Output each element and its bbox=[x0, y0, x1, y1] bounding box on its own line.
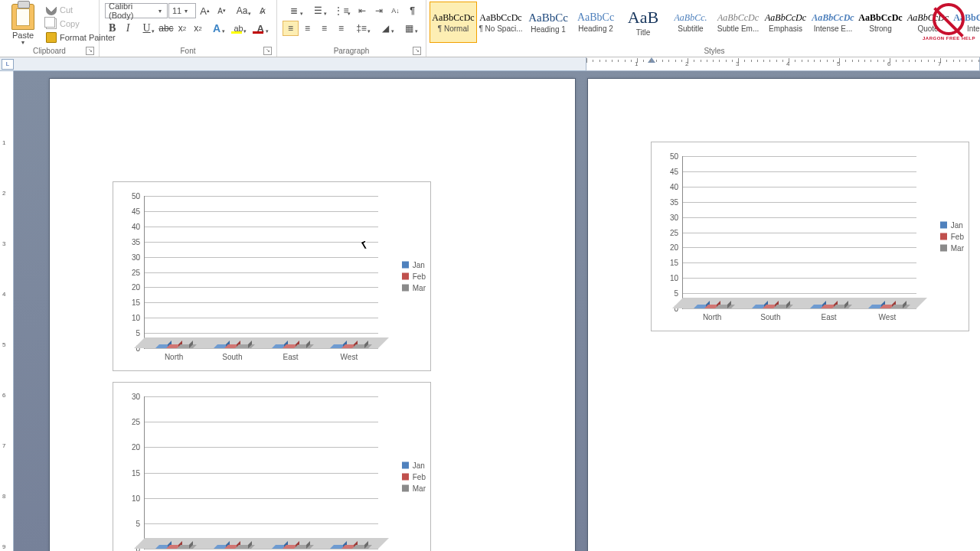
bullets-icon: ≣ bbox=[290, 5, 298, 16]
brush-icon bbox=[46, 32, 57, 43]
clipboard-launcher[interactable]: ↘ bbox=[86, 47, 94, 55]
paragraph-launcher[interactable]: ↘ bbox=[413, 47, 421, 55]
styles-gallery[interactable]: AaBbCcDc¶ NormalAaBbCcDc¶ No Spaci...AaB… bbox=[430, 2, 980, 43]
font-launcher[interactable]: ↘ bbox=[263, 47, 272, 55]
font-family-value: Calibri (Body) bbox=[109, 2, 155, 20]
borders-button[interactable]: ▦▾ bbox=[397, 21, 420, 36]
eraser-icon: A̷ bbox=[260, 6, 266, 16]
text-effects-icon: A bbox=[213, 22, 220, 34]
clipboard-group-label: Clipboard bbox=[33, 47, 66, 55]
underline-button[interactable]: U▾ bbox=[136, 21, 158, 36]
style-tile-subtle-em-[interactable]: AaBbCcDcSubtle Em... bbox=[714, 2, 762, 43]
line-spacing-button[interactable]: ‡≡▾ bbox=[350, 21, 373, 36]
show-marks-button[interactable]: ¶ bbox=[404, 3, 420, 18]
font-group-label: Font bbox=[180, 47, 195, 55]
scissors-icon bbox=[46, 5, 57, 15]
paste-label: Paste bbox=[12, 31, 34, 40]
bullets-button[interactable]: ≣▾ bbox=[283, 3, 305, 18]
change-case-button[interactable]: Aa▾ bbox=[230, 3, 253, 18]
paste-icon bbox=[11, 4, 34, 30]
clear-formatting-button[interactable]: A̷ bbox=[254, 3, 270, 18]
strikethrough-button[interactable]: abc bbox=[158, 21, 174, 36]
italic-button[interactable]: I bbox=[120, 21, 135, 36]
align-center-icon: ≡ bbox=[305, 23, 310, 34]
logo: JARGON FREE HELP bbox=[923, 3, 975, 41]
decrease-indent-button[interactable]: ⇤ bbox=[354, 3, 370, 18]
font-size-combo[interactable]: 11▾ bbox=[168, 3, 196, 18]
borders-icon: ▦ bbox=[405, 23, 413, 34]
multilevel-icon: ⋮≡ bbox=[334, 5, 348, 16]
numbering-icon: ☰ bbox=[314, 5, 322, 16]
group-font: Calibri (Body)▾ 11▾ A▴ A▾ Aa▾ A̷ B I U▾ … bbox=[100, 0, 277, 57]
logo-icon bbox=[933, 3, 965, 35]
font-size-value: 11 bbox=[172, 6, 181, 15]
logo-text: JARGON FREE HELP bbox=[923, 36, 975, 41]
style-tile-intense-e-[interactable]: AaBbCcDcIntense E... bbox=[809, 2, 857, 43]
shading-button[interactable]: ◢▾ bbox=[374, 21, 397, 36]
ribbon: Paste ▼ Cut Copy Format Painter Clipboar… bbox=[0, 0, 980, 57]
copy-icon bbox=[46, 18, 57, 29]
bold-button[interactable]: B bbox=[105, 21, 119, 36]
numbering-button[interactable]: ☰▾ bbox=[306, 3, 329, 18]
pilcrow-icon: ¶ bbox=[410, 5, 415, 16]
multilevel-button[interactable]: ⋮≡▾ bbox=[330, 3, 353, 18]
paragraph-group-label: Paragraph bbox=[334, 47, 370, 55]
group-paragraph: ≣▾ ☰▾ ⋮≡▾ ⇤ ⇥ A↓ ¶ ≡ ≡ ≡ ≡ ‡≡▾ ◢▾ ▦▾ Par… bbox=[277, 0, 426, 57]
indent-icon: ⇥ bbox=[375, 5, 383, 16]
subscript-button[interactable]: x2 bbox=[175, 21, 189, 36]
group-styles: AaBbCcDc¶ NormalAaBbCcDc¶ No Spaci...AaB… bbox=[426, 0, 980, 57]
style-tile-title[interactable]: AaBTitle bbox=[619, 2, 667, 43]
group-clipboard: Paste ▼ Cut Copy Format Painter Clipboar… bbox=[0, 0, 100, 57]
justify-button[interactable]: ≡ bbox=[333, 21, 349, 36]
styles-group-label: Styles bbox=[704, 47, 724, 55]
font-family-combo[interactable]: Calibri (Body)▾ bbox=[105, 3, 168, 18]
align-left-icon: ≡ bbox=[288, 23, 293, 34]
style-tile-heading-1[interactable]: AaBbCcHeading 1 bbox=[524, 2, 572, 43]
superscript-button[interactable]: x2 bbox=[191, 21, 205, 36]
highlight-button[interactable]: ab▾ bbox=[228, 21, 250, 36]
grow-font-button[interactable]: A▴ bbox=[197, 3, 213, 18]
style-tile-strong[interactable]: AaBbCcDcStrong bbox=[857, 2, 904, 43]
align-right-button[interactable]: ≡ bbox=[316, 21, 332, 36]
paste-button[interactable]: Paste ▼ bbox=[6, 2, 40, 45]
style-tile-heading-2[interactable]: AaBbCcHeading 2 bbox=[572, 2, 619, 43]
outdent-icon: ⇤ bbox=[358, 5, 366, 16]
bucket-icon: ◢ bbox=[382, 23, 389, 34]
cut-label: Cut bbox=[60, 5, 73, 15]
align-right-icon: ≡ bbox=[322, 23, 327, 34]
text-effects-button[interactable]: A▾ bbox=[206, 21, 227, 36]
style-tile--no-spaci-[interactable]: AaBbCcDc¶ No Spaci... bbox=[477, 2, 524, 43]
increase-indent-button[interactable]: ⇥ bbox=[371, 3, 387, 18]
sort-button[interactable]: A↓ bbox=[387, 3, 403, 18]
shrink-font-button[interactable]: A▾ bbox=[214, 3, 230, 18]
style-tile--normal[interactable]: AaBbCcDc¶ Normal bbox=[430, 2, 477, 43]
line-spacing-icon: ‡≡ bbox=[356, 23, 367, 34]
style-tile-emphasis[interactable]: AaBbCcDcEmphasis bbox=[762, 2, 809, 43]
justify-icon: ≡ bbox=[338, 23, 344, 34]
align-center-button[interactable]: ≡ bbox=[299, 21, 315, 36]
align-left-button[interactable]: ≡ bbox=[283, 21, 299, 36]
copy-label: Copy bbox=[60, 19, 80, 28]
font-color-button[interactable]: A▾ bbox=[250, 21, 271, 36]
sort-icon: A↓ bbox=[391, 7, 400, 15]
style-tile-subtitle[interactable]: AaBbCc.Subtitle bbox=[667, 2, 714, 43]
